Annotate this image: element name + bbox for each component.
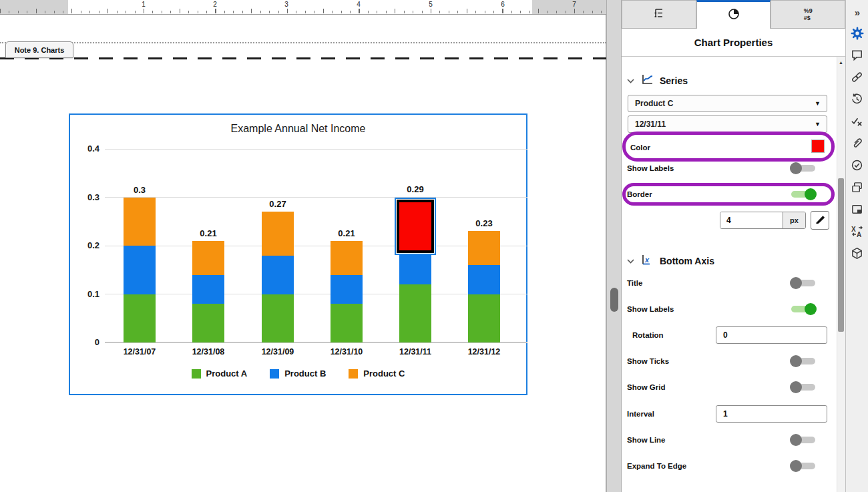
bar-segment[interactable] — [331, 275, 363, 304]
y-axis-tick-label: 0.1 — [70, 289, 99, 299]
legend-item: Product B — [270, 368, 326, 379]
interval-input[interactable] — [716, 405, 827, 423]
show-line-label: Show Line — [627, 436, 666, 444]
history-button[interactable] — [849, 93, 866, 107]
color-swatch-button[interactable] — [811, 140, 825, 153]
embedded-chart[interactable]: Example Annual Net Income 00.10.20.30.40… — [69, 113, 527, 395]
ruler-number: 4 — [357, 1, 361, 8]
document-canvas[interactable]: 1234567 Note 9. Charts Example Annual Ne… — [0, 0, 606, 492]
chart-gridline — [105, 149, 527, 150]
x-axis-tick-label: 12/31/11 — [385, 347, 445, 356]
legend-item: Product A — [192, 368, 248, 379]
data-point-select[interactable]: 12/31/11 ▼ — [628, 115, 827, 133]
series-select[interactable]: Product C ▼ — [628, 95, 827, 112]
copy-icon — [851, 181, 863, 196]
horizontal-ruler: 1234567 — [0, 0, 606, 15]
gear-icon — [851, 27, 864, 42]
circle-check-button[interactable] — [849, 160, 866, 173]
paperclip-button[interactable] — [849, 138, 866, 151]
bar-segment[interactable] — [468, 265, 500, 294]
copy-button[interactable] — [849, 182, 866, 195]
link-button[interactable] — [849, 71, 866, 85]
page-break-dashed-line — [0, 57, 606, 59]
bar-segment[interactable] — [399, 284, 431, 342]
panel-title: Chart Properties — [622, 29, 845, 57]
bar-segment[interactable] — [192, 304, 224, 342]
chart-properties-panel: %9#$ Chart Properties Series Product C ▼ — [622, 0, 845, 492]
show-ticks-toggle[interactable] — [790, 354, 817, 368]
splitter-grip-handle[interactable] — [610, 288, 618, 312]
bottom-axis-section-header[interactable]: x Bottom Axis — [627, 254, 827, 268]
bar-segment[interactable] — [192, 275, 224, 304]
ruler-number: 7 — [572, 1, 576, 8]
show-ticks-label: Show Ticks — [627, 357, 669, 365]
bar-segment[interactable] — [124, 246, 156, 294]
bar-segment[interactable] — [262, 256, 294, 294]
color-row: Color — [627, 140, 827, 156]
axis-show-labels-toggle[interactable] — [790, 302, 817, 316]
collapse-chevrons-button[interactable]: » — [849, 5, 866, 19]
bar-segment[interactable] — [262, 212, 294, 255]
axis-title-toggle[interactable] — [790, 276, 817, 290]
gear-button[interactable] — [849, 27, 866, 41]
rotation-input[interactable] — [716, 326, 827, 344]
border-style-button[interactable] — [811, 211, 829, 230]
bar-segment[interactable] — [124, 198, 156, 246]
show-line-toggle[interactable] — [790, 433, 817, 447]
x-axis-tick-label: 12/31/10 — [316, 347, 377, 356]
bar-segment[interactable] — [468, 231, 500, 265]
comment-button[interactable] — [849, 49, 866, 63]
panel-tab-bar: %9#$ — [622, 0, 845, 29]
y-axis-tick-label: 0.2 — [70, 240, 99, 250]
tab-chart-properties[interactable] — [696, 0, 771, 29]
series-show-labels-toggle[interactable] — [790, 162, 817, 175]
pie-chart-icon — [727, 7, 740, 23]
section-tab[interactable]: Note 9. Charts — [5, 41, 73, 58]
bar-segment[interactable] — [331, 304, 363, 342]
color-label: Color — [630, 144, 650, 152]
dropdown-caret-icon: ▼ — [815, 121, 821, 128]
bar-segment[interactable] — [192, 241, 224, 275]
chevron-down-icon[interactable] — [627, 259, 635, 264]
collapse-chevrons-icon: » — [855, 7, 859, 18]
border-toggle[interactable] — [790, 188, 817, 201]
check-x-button[interactable] — [849, 115, 866, 129]
x-axis-tick-label: 12/31/08 — [178, 347, 238, 356]
bar-segment[interactable] — [399, 250, 431, 284]
series-section-header[interactable]: Series — [627, 73, 827, 88]
bar-segment[interactable] — [124, 294, 156, 343]
show-grid-toggle[interactable] — [790, 381, 817, 394]
panel-splitter[interactable] — [606, 0, 622, 492]
y-axis-tick-label: 0.4 — [70, 144, 99, 154]
bar-segment[interactable] — [262, 294, 294, 343]
bar-segment[interactable] — [468, 294, 500, 343]
panel-scrollbar-thumb[interactable] — [838, 178, 844, 332]
chart-gridline — [105, 342, 527, 343]
chevron-down-icon[interactable] — [627, 79, 635, 83]
ruler-number: 6 — [501, 1, 505, 8]
expand-to-edge-toggle[interactable] — [790, 459, 817, 473]
border-width-input[interactable] — [720, 212, 783, 228]
bottom-axis-icon: x — [641, 254, 654, 268]
bar-total-label: 0.23 — [457, 218, 511, 228]
ruler-number: 2 — [213, 1, 217, 8]
chart-legend: Product AProduct BProduct C — [70, 368, 526, 379]
cube-button[interactable] — [849, 248, 866, 261]
legend-item: Product C — [349, 368, 405, 379]
ruler-number: 3 — [284, 1, 288, 8]
series-section-title: Series — [660, 75, 688, 86]
tab-number-format[interactable]: %9#$ — [771, 0, 845, 29]
chart-plot-area[interactable]: 00.10.20.30.40.312/31/070.2112/31/080.27… — [70, 115, 526, 394]
chart-gridline — [105, 246, 527, 246]
bar-total-label: 0.21 — [182, 228, 235, 238]
svg-text:x: x — [644, 256, 650, 264]
translate-button[interactable]: XA — [849, 226, 866, 239]
interval-label: Interval — [627, 410, 654, 418]
number-format-icon: %9#$ — [804, 7, 813, 21]
bar-segment[interactable] — [331, 241, 363, 275]
note-button[interactable] — [849, 204, 866, 217]
rotation-label: Rotation — [632, 331, 664, 339]
selected-bar-segment[interactable] — [397, 200, 434, 254]
scroll-up-arrow-icon[interactable]: ▲ — [837, 57, 845, 67]
tab-outline[interactable] — [622, 0, 696, 29]
